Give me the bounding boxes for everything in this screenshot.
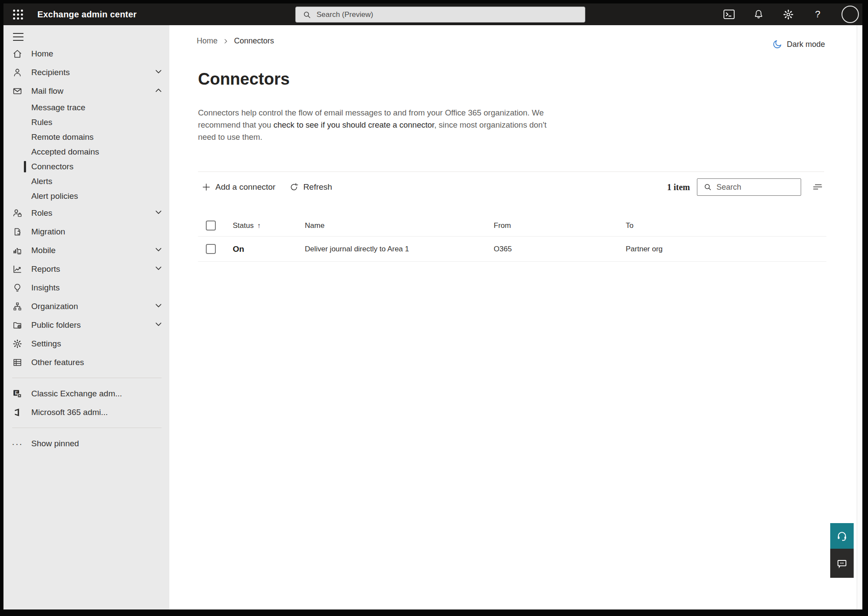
- notifications-bell-icon[interactable]: [753, 9, 764, 20]
- column-header-to[interactable]: To: [626, 221, 826, 230]
- sidebar-item-label: Recipients: [31, 68, 70, 77]
- sidebar-item-mobile[interactable]: Mobile: [3, 241, 169, 260]
- column-header-name[interactable]: Name: [305, 221, 494, 230]
- sidebar-item-alert-policies[interactable]: Alert policies: [3, 189, 169, 204]
- person-briefcase-icon: [12, 208, 23, 218]
- app-window: Exchange admin center ?: [3, 3, 862, 609]
- table-row[interactable]: On Deliver journal directly to Area 1 O3…: [198, 237, 826, 262]
- scrollbar-track[interactable]: [857, 25, 862, 609]
- left-navigation: Home Recipients Mail flow Message trace …: [3, 25, 169, 609]
- person-icon: [12, 67, 23, 78]
- search-icon: [703, 183, 712, 191]
- row-checkbox[interactable]: [206, 244, 216, 254]
- select-all-checkbox[interactable]: [206, 221, 216, 231]
- sidebar-item-accepted-domains[interactable]: Accepted domains: [3, 145, 169, 159]
- dark-mode-toggle[interactable]: Dark mode: [772, 39, 825, 49]
- sidebar-item-home[interactable]: Home: [3, 44, 169, 63]
- sidebar-item-migration[interactable]: Migration: [3, 222, 169, 241]
- moon-icon: [772, 39, 782, 49]
- settings-gear-icon[interactable]: [782, 9, 794, 20]
- section-divider: [198, 171, 824, 172]
- sidebar-item-label: Alert policies: [31, 191, 78, 201]
- breadcrumb-home-link[interactable]: Home: [197, 36, 218, 46]
- feedback-button[interactable]: [830, 549, 854, 578]
- table-icon: [12, 357, 23, 368]
- refresh-label: Refresh: [303, 182, 332, 192]
- sidebar-item-label: Migration: [31, 227, 65, 237]
- sidebar-item-label: Organization: [31, 302, 78, 311]
- sidebar-item-label: Roles: [31, 208, 53, 218]
- sidebar-divider: [12, 428, 162, 428]
- add-connector-button[interactable]: Add a connector: [198, 181, 279, 194]
- search-icon: [303, 10, 311, 19]
- list-toolbar: Add a connector Refresh 1 item: [198, 177, 825, 198]
- microsoft-365-logo-icon: [12, 407, 23, 418]
- add-connector-label: Add a connector: [215, 182, 275, 192]
- migration-icon: [12, 227, 23, 237]
- sidebar-item-roles[interactable]: Roles: [3, 204, 169, 222]
- sidebar-item-label: Show pinned: [31, 439, 79, 448]
- chevron-down-icon: [155, 302, 162, 311]
- sidebar-item-reports[interactable]: Reports: [3, 260, 169, 278]
- column-header-from[interactable]: From: [494, 221, 626, 230]
- powershell-icon[interactable]: [723, 9, 735, 20]
- topbar-actions: ?: [723, 3, 860, 25]
- sidebar-item-settings[interactable]: Settings: [3, 334, 169, 353]
- sidebar-item-other-features[interactable]: Other features: [3, 353, 169, 372]
- headset-icon: [836, 530, 848, 542]
- filter-icon[interactable]: [811, 180, 825, 194]
- sidebar-item-message-trace[interactable]: Message trace: [3, 100, 169, 115]
- sidebar-item-label: Home: [31, 49, 53, 59]
- list-search-box[interactable]: [697, 178, 801, 196]
- breadcrumb-current: Connectors: [234, 36, 274, 46]
- support-button[interactable]: [830, 523, 854, 549]
- sidebar-divider: [12, 378, 162, 378]
- plus-icon: [201, 182, 211, 192]
- sort-ascending-icon: ↑: [257, 222, 261, 229]
- sidebar-item-alerts[interactable]: Alerts: [3, 174, 169, 189]
- sidebar-item-insights[interactable]: Insights: [3, 278, 169, 297]
- sidebar-item-rules[interactable]: Rules: [3, 115, 169, 130]
- chevron-down-icon: [155, 208, 162, 218]
- sidebar-item-label: Rules: [31, 118, 53, 127]
- sidebar-item-microsoft-365-admin[interactable]: Microsoft 365 admi...: [3, 403, 169, 422]
- sidebar-item-remote-domains[interactable]: Remote domains: [3, 130, 169, 145]
- sidebar-item-organization[interactable]: Organization: [3, 297, 169, 316]
- sidebar-item-label: Remote domains: [31, 132, 94, 142]
- sidebar-item-label: Accepted domains: [31, 147, 99, 157]
- sidebar-item-recipients[interactable]: Recipients: [3, 63, 169, 82]
- sidebar-item-classic-exchange[interactable]: E Classic Exchange adm...: [3, 384, 169, 403]
- sidebar-item-label: Mobile: [31, 246, 56, 255]
- exchange-logo-icon: E: [12, 389, 23, 399]
- chevron-down-icon: [155, 68, 162, 77]
- refresh-icon: [289, 182, 299, 192]
- gear-icon: [12, 339, 23, 349]
- refresh-button[interactable]: Refresh: [286, 181, 336, 194]
- mobile-stats-icon: [12, 245, 23, 256]
- sidebar-item-mail-flow[interactable]: Mail flow: [3, 82, 169, 100]
- lightbulb-icon: [12, 283, 23, 293]
- app-title: Exchange admin center: [37, 10, 137, 20]
- sidebar-item-label: Public folders: [31, 320, 81, 330]
- list-search-input[interactable]: [716, 183, 795, 192]
- global-search-input[interactable]: [317, 10, 560, 19]
- line-chart-icon: [12, 264, 23, 274]
- nav-collapse-icon[interactable]: [13, 32, 24, 42]
- chevron-up-icon: [155, 86, 162, 96]
- row-name[interactable]: Deliver journal directly to Area 1: [305, 245, 494, 254]
- sidebar-item-label: Alerts: [31, 177, 53, 186]
- row-to: Partner org: [626, 245, 826, 254]
- sidebar-item-label: Microsoft 365 admi...: [31, 408, 108, 417]
- sidebar-item-connectors[interactable]: Connectors: [3, 159, 169, 174]
- sidebar-item-label: Reports: [31, 264, 60, 274]
- account-avatar[interactable]: [842, 6, 859, 23]
- help-icon[interactable]: ?: [812, 9, 823, 20]
- sidebar-item-label: Connectors: [31, 162, 73, 171]
- app-launcher-icon[interactable]: [11, 8, 24, 21]
- column-header-status[interactable]: Status↑: [233, 221, 305, 230]
- create-connector-link[interactable]: check to see if you should create a conn…: [274, 120, 434, 129]
- sidebar-item-label: Classic Exchange adm...: [31, 389, 122, 399]
- global-search-box[interactable]: [295, 7, 585, 23]
- sidebar-item-show-pinned[interactable]: ··· Show pinned: [3, 434, 169, 453]
- sidebar-item-public-folders[interactable]: Public folders: [3, 316, 169, 334]
